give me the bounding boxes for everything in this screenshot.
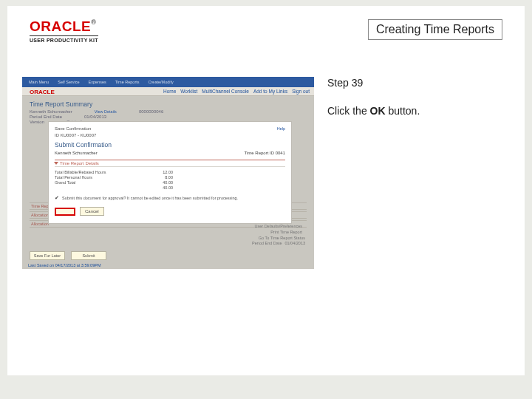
app-topnav: Main Menu Self Service Expenses Time Rep… xyxy=(22,77,314,87)
instruction-pane: Step 39 Click the OK button. xyxy=(327,77,420,269)
ok-button[interactable] xyxy=(55,208,75,216)
banner-link[interactable]: Worklist xyxy=(180,89,197,94)
summary-report: 0000000046 xyxy=(139,109,163,114)
footer-buttons: Save For Later Submit xyxy=(30,251,106,260)
app-screenshot: Main Menu Self Service Expenses Time Rep… xyxy=(22,77,314,269)
summary-name: Kenneth Schumacher xyxy=(30,109,72,114)
modal-title: Submit Confirmation xyxy=(55,141,285,149)
total-value: 8.00 xyxy=(165,175,173,180)
modal-sub: ID KU0007 - KU0007 xyxy=(55,133,285,137)
footer-link[interactable]: User Defaults/Preferences xyxy=(243,224,302,230)
cancel-button[interactable]: Cancel xyxy=(80,207,104,216)
version-label: Version xyxy=(30,120,44,124)
footer-label: Period End Date xyxy=(222,241,282,247)
modal-header: Save Confirmation xyxy=(55,126,91,131)
nav-item[interactable]: Time Reports xyxy=(113,79,142,85)
total-label: Grand Total xyxy=(55,180,75,185)
total-value: 40.00 xyxy=(163,185,173,190)
brand-subtitle: USER PRODUCTIVITY KIT xyxy=(30,35,98,43)
banner-link[interactable]: Add to My Links xyxy=(253,89,287,94)
last-saved: Last Saved on 04/17/2013 at 3:59:09PM xyxy=(28,263,100,267)
nav-item[interactable]: Main Menu xyxy=(27,79,51,85)
app-banner: Home Worklist MultiChannel Console Add t… xyxy=(22,87,314,96)
instr-bold: OK xyxy=(370,105,386,117)
summary-title: Time Report Summary xyxy=(30,100,307,108)
confirm-text: Submit this document for approval? It ca… xyxy=(62,196,238,200)
confirm-line: Submit this document for approval? It ca… xyxy=(55,195,285,201)
submit-confirmation-modal: Save Confirmation Help ID KU0007 - KU000… xyxy=(48,121,292,224)
period-value: 01/04/2013 xyxy=(84,115,106,119)
step-label: Step 39 xyxy=(327,77,420,89)
doc-title: Creating Time Reports xyxy=(368,19,502,40)
footer-link[interactable]: Print Time Report xyxy=(243,230,302,236)
brand-block: ORACLE® USER PRODUCTIVITY KIT xyxy=(30,19,98,43)
total-label: Total Personal Hours xyxy=(55,175,92,180)
banner-link[interactable]: Home xyxy=(163,89,176,94)
banner-link[interactable]: MultiChannel Console xyxy=(202,89,249,94)
nav-item[interactable]: Create/Modify xyxy=(146,79,176,85)
help-link[interactable]: Help xyxy=(277,126,285,131)
app-logo: ORACLE xyxy=(28,87,56,95)
brand-reg: ® xyxy=(91,18,96,26)
details-bar[interactable]: Time Report Details xyxy=(55,160,285,167)
footer-link[interactable]: Go To Time Report Status xyxy=(259,236,305,240)
details-bar-label: Time Report Details xyxy=(60,161,99,166)
total-value: 40.00 xyxy=(163,180,173,185)
save-for-later-button[interactable]: Save For Later xyxy=(30,251,65,260)
instr-prefix: Click the xyxy=(327,105,370,117)
footer-value: 01/04/2013 xyxy=(284,241,305,245)
brand-main: ORACLE xyxy=(30,18,91,34)
modal-name: Kenneth Schumacher xyxy=(55,151,98,155)
banner-link[interactable]: Sign out xyxy=(292,89,310,94)
instruction-text: Click the OK button. xyxy=(327,105,420,117)
total-value: 12.00 xyxy=(163,170,173,174)
nav-item[interactable]: Expenses xyxy=(86,79,109,85)
total-label: Total Billable/Rebated Hours xyxy=(55,170,106,174)
totals-block: Total Billable/Rebated Hours12.00 Total … xyxy=(55,170,173,191)
view-details-link[interactable]: View Details xyxy=(95,109,117,114)
oracle-logo: ORACLE® xyxy=(30,19,98,33)
nav-item[interactable]: Self Service xyxy=(55,79,81,85)
submit-button[interactable]: Submit xyxy=(71,251,106,260)
footer-right: User Defaults/Preferences Print Time Rep… xyxy=(222,224,305,247)
period-label: Period End Date xyxy=(30,115,62,119)
instr-suffix: button. xyxy=(386,105,420,117)
modal-report-value: 0041 xyxy=(276,151,285,155)
modal-report-label: Time Report ID xyxy=(245,151,274,155)
